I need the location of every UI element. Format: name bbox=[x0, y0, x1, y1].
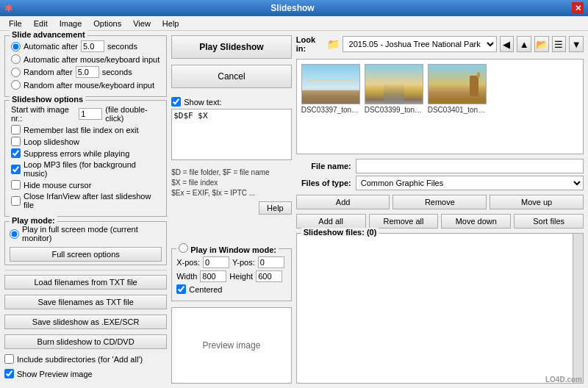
title-bar: ✱ Slideshow ✕ bbox=[0, 0, 588, 16]
nav-view-btn[interactable]: ☰ bbox=[552, 36, 567, 52]
thumbnail-3[interactable]: DSC03401_tone... bbox=[428, 64, 487, 149]
play-mode-title: Play mode: bbox=[10, 216, 57, 225]
close-irfan-label: Close IrfanView after last slideshow fil… bbox=[24, 192, 160, 209]
close-irfan-checkbox[interactable] bbox=[11, 196, 21, 206]
nav-back-btn[interactable]: ◀ bbox=[500, 36, 514, 52]
play-slideshow-btn[interactable]: Play Slideshow bbox=[171, 35, 292, 59]
help-btn[interactable]: Help bbox=[259, 201, 292, 215]
centered-row: Centered bbox=[176, 284, 287, 294]
file-name-input[interactable] bbox=[356, 159, 584, 173]
hide-mouse-checkbox[interactable] bbox=[11, 180, 21, 190]
height-label: Height bbox=[229, 272, 253, 281]
window-mode-title: Play in Window mode: bbox=[176, 243, 279, 254]
remove-btn[interactable]: Remove bbox=[392, 195, 487, 209]
loop-mp3-checkbox[interactable] bbox=[11, 165, 21, 174]
thumb-img-3 bbox=[428, 64, 487, 104]
menu-options[interactable]: Options bbox=[87, 18, 127, 29]
height-input[interactable] bbox=[256, 270, 282, 282]
show-text-textarea[interactable]: $D$F $X bbox=[171, 109, 292, 160]
random-radio[interactable] bbox=[11, 68, 21, 77]
auto-radio-row: Automatic after seconds bbox=[11, 40, 160, 52]
menu-view[interactable]: View bbox=[127, 18, 157, 29]
slideshow-options-group: Slideshow options Start with image nr.: … bbox=[4, 100, 167, 217]
loop-slideshow-checkbox[interactable] bbox=[11, 137, 21, 146]
thumbnail-1[interactable]: DSC03397_tone... bbox=[301, 64, 360, 149]
pos-fields: X-pos: Y-pos: Width Height Centered bbox=[176, 256, 287, 294]
window-mode-group: Play in Window mode: X-pos: Y-pos: Width… bbox=[171, 248, 292, 301]
start-image-input[interactable] bbox=[79, 108, 102, 120]
action-buttons: Add Remove Move up bbox=[296, 195, 584, 209]
auto-seconds-input[interactable] bbox=[81, 40, 104, 52]
close-button[interactable]: ✕ bbox=[572, 2, 584, 14]
slideshow-files-title: Slideshow files: (0) bbox=[301, 228, 379, 237]
full-screen-label: Play in full screen mode (current monito… bbox=[22, 225, 162, 242]
thumb-img-2 bbox=[365, 64, 423, 104]
burn-cd-btn[interactable]: Burn slideshow to CD/DVD bbox=[4, 334, 167, 349]
remove-all-btn[interactable]: Remove all bbox=[369, 214, 439, 229]
loop-mp3-label: Loop MP3 files (for background music) bbox=[24, 160, 160, 178]
remember-last-checkbox[interactable] bbox=[11, 125, 21, 134]
app-icon: ✱ bbox=[4, 2, 13, 14]
include-subdirs-row: Include subdirectories (for 'Add all') bbox=[4, 354, 167, 364]
slideshow-files-count: (0) bbox=[367, 228, 376, 237]
show-text-section: Show text: $D$F $X bbox=[171, 97, 292, 162]
ypos-input[interactable] bbox=[258, 256, 284, 268]
xpos-input[interactable] bbox=[203, 256, 229, 268]
window-mode-radio[interactable] bbox=[179, 243, 188, 253]
random-seconds-input[interactable] bbox=[76, 66, 99, 78]
menu-file[interactable]: File bbox=[3, 18, 28, 29]
random-mouse-row: Random after mouse/keyboard input bbox=[11, 80, 160, 90]
slideshow-options-title: Slideshow options bbox=[10, 95, 85, 104]
cancel-btn[interactable]: Cancel bbox=[171, 65, 292, 88]
preview-box: Preview image bbox=[171, 307, 292, 384]
add-all-btn[interactable]: Add all bbox=[296, 214, 366, 229]
nav-up-btn[interactable]: ▲ bbox=[517, 36, 531, 52]
file-double-click-label: (file double-click) bbox=[105, 105, 160, 123]
files-of-type-label: Files of type: bbox=[296, 179, 351, 187]
loop-slideshow-label: Loop slideshow bbox=[24, 137, 79, 146]
move-down-btn[interactable]: Move down bbox=[441, 214, 511, 229]
menu-image[interactable]: Image bbox=[54, 18, 88, 29]
width-input[interactable] bbox=[200, 270, 226, 282]
menu-edit[interactable]: Edit bbox=[28, 18, 54, 29]
menu-help[interactable]: Help bbox=[157, 18, 185, 29]
centered-checkbox[interactable] bbox=[176, 284, 186, 294]
nav-folder-btn[interactable]: 📂 bbox=[534, 36, 549, 52]
seconds-label: seconds bbox=[107, 42, 137, 51]
file-type-select[interactable]: Common Graphic Files bbox=[356, 176, 584, 190]
suppress-errors-checkbox[interactable] bbox=[11, 148, 21, 158]
sort-files-btn[interactable]: Sort files bbox=[514, 214, 584, 229]
move-up-btn[interactable]: Move up bbox=[490, 195, 584, 209]
include-subdirs-label: Include subdirectories (for 'Add all') bbox=[17, 355, 143, 364]
auto-mouse-radio[interactable] bbox=[11, 54, 21, 64]
save-txt-btn[interactable]: Save filenames as TXT file bbox=[4, 295, 167, 309]
menu-bar: File Edit Image Options View Help bbox=[0, 16, 588, 31]
loop-slideshow-row: Loop slideshow bbox=[11, 137, 160, 146]
remember-last-row: Remember last file index on exit bbox=[11, 125, 160, 134]
random-mouse-radio[interactable] bbox=[11, 80, 21, 90]
save-exe-btn[interactable]: Save slideshow as .EXE/SCR bbox=[4, 315, 167, 329]
auto-radio[interactable] bbox=[11, 42, 21, 51]
show-preview-checkbox[interactable] bbox=[4, 369, 14, 378]
random-label: Random after bbox=[24, 68, 73, 76]
full-screen-row: Play in full screen mode (current monito… bbox=[10, 225, 162, 242]
ypos-label: Y-pos: bbox=[232, 258, 255, 267]
look-in-select[interactable]: 2015.05 - Joshua Tree National Park bbox=[343, 36, 497, 52]
slide-advancement-group: Slide advancement Automatic after second… bbox=[4, 35, 167, 97]
auto-mouse-row: Automatic after mouse/keyboard input bbox=[11, 54, 160, 64]
show-text-row: Show text: bbox=[171, 97, 292, 107]
include-subdirs-checkbox[interactable] bbox=[4, 354, 14, 364]
load-txt-btn[interactable]: Load filenames from TXT file bbox=[4, 275, 167, 290]
nav-dropdown-btn[interactable]: ▼ bbox=[569, 36, 584, 52]
thumbnails-area[interactable]: DSC03397_tone... DSC03399_tone... DSC034… bbox=[296, 59, 584, 154]
scrollbar[interactable] bbox=[573, 234, 583, 383]
file-name-label: File name: bbox=[296, 162, 351, 170]
thumbnail-2[interactable]: DSC03399_tone... bbox=[365, 64, 423, 149]
show-text-checkbox[interactable] bbox=[171, 97, 181, 107]
xpos-row: X-pos: Y-pos: bbox=[176, 256, 287, 268]
file-name-row: File name: bbox=[296, 159, 584, 173]
loop-mp3-row: Loop MP3 files (for background music) bbox=[11, 160, 160, 178]
full-screen-radio[interactable] bbox=[10, 229, 19, 239]
add-btn[interactable]: Add bbox=[296, 195, 390, 209]
full-screen-options-btn[interactable]: Full screen options bbox=[10, 247, 162, 262]
